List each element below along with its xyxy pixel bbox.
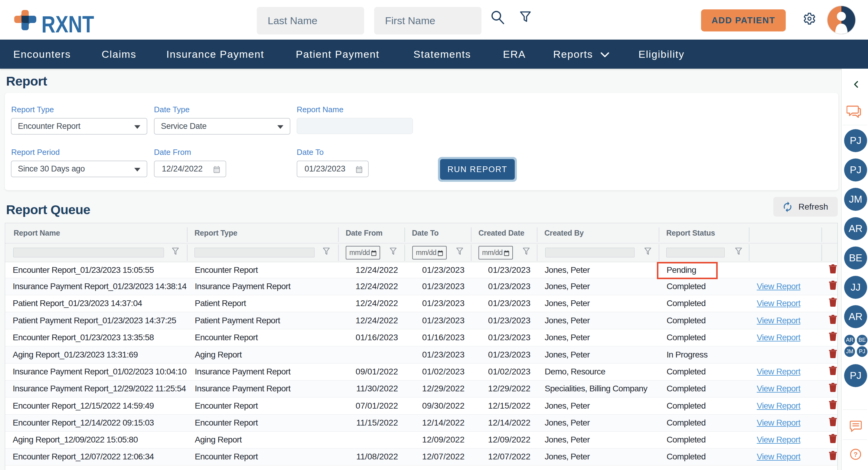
svg-text:?: ? (854, 451, 858, 458)
